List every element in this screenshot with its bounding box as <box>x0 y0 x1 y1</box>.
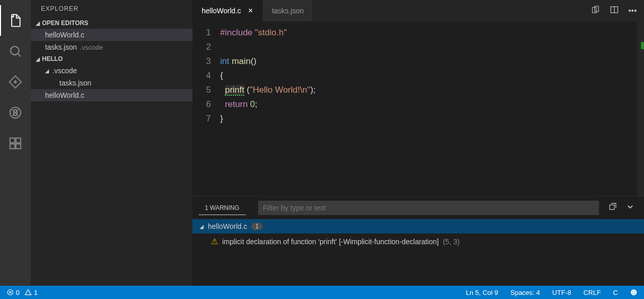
code-token: () <box>251 56 256 66</box>
tab-inactive[interactable]: tasks.json <box>263 0 313 22</box>
status-left: 0 1 <box>5 289 39 296</box>
code-token: ( <box>244 85 249 95</box>
tab-label: helloWorld.c <box>202 7 241 15</box>
status-cursor[interactable]: Ln 5, Col 9 <box>464 289 500 296</box>
file-label: tasks.json <box>45 43 77 51</box>
open-editors-label: OPEN EDITORS <box>42 19 88 27</box>
panel-actions <box>605 202 638 214</box>
code-token: "stdio.h" <box>252 28 287 37</box>
file-label: tasks.json <box>59 79 91 87</box>
svg-point-14 <box>632 291 633 292</box>
svg-rect-11 <box>610 205 614 209</box>
chevron-down-icon: ◢ <box>45 68 49 74</box>
panel-title[interactable]: 1 WARNING <box>199 201 246 215</box>
code-token: 0 <box>250 99 255 109</box>
status-bar: 0 1 Ln 5, Col 9 Spaces: 4 UTF-8 CRLF C <box>0 286 644 299</box>
close-icon[interactable]: × <box>248 6 253 15</box>
open-editors-header[interactable]: ◢ OPEN EDITORS <box>31 17 192 29</box>
svg-rect-5 <box>16 144 20 148</box>
svg-rect-3 <box>10 138 15 143</box>
collapse-all-icon[interactable] <box>608 202 617 214</box>
line-number: 1 <box>192 26 211 40</box>
svg-point-0 <box>11 47 19 55</box>
tab-bar: helloWorld.c × tasks.json ••• <box>192 0 644 22</box>
tab-actions: ••• <box>591 0 644 22</box>
status-errors[interactable]: 0 <box>5 289 21 296</box>
svg-point-13 <box>631 289 637 295</box>
svg-point-1 <box>14 80 17 83</box>
gutter: 1 2 3 4 5 6 7 <box>192 22 220 196</box>
problem-location: (5, 3) <box>443 238 460 246</box>
status-language[interactable]: C <box>612 289 619 296</box>
status-right: Ln 5, Col 9 Spaces: 4 UTF-8 CRLF C <box>464 289 639 296</box>
open-editor-item[interactable]: helloWorld.c <box>31 29 192 41</box>
explorer-icon[interactable] <box>0 5 31 36</box>
problem-file-row[interactable]: ◢ helloWorld.c 1 <box>192 219 644 233</box>
code-token: ; <box>255 99 257 109</box>
status-warnings[interactable]: 1 <box>23 289 39 296</box>
problem-item[interactable]: ⚠ implicit declaration of function 'prin… <box>192 233 644 249</box>
split-editor-icon[interactable] <box>610 5 619 16</box>
file-item[interactable]: helloWorld.c <box>31 89 192 101</box>
warning-count: 1 <box>34 289 37 296</box>
file-label: helloWorld.c <box>45 31 84 39</box>
svg-rect-8 <box>595 6 599 12</box>
line-number: 4 <box>192 69 211 83</box>
open-editor-item[interactable]: tasks.json .vscode <box>31 41 192 53</box>
activity-bar <box>0 0 31 286</box>
project-label: HELLO <box>42 55 63 62</box>
status-encoding[interactable]: UTF-8 <box>551 289 573 296</box>
sidebar: EXPLORER ◢ OPEN EDITORS helloWorld.c tas… <box>31 0 192 286</box>
problem-count-badge: 1 <box>251 223 263 230</box>
project-header[interactable]: ◢ HELLO <box>31 53 192 65</box>
folder-item[interactable]: ◢ .vscode <box>31 65 192 77</box>
code-content[interactable]: #include "stdio.h" int main(){ prinft ("… <box>220 22 644 196</box>
debug-icon[interactable] <box>0 97 31 128</box>
scrollbar[interactable] <box>637 22 644 196</box>
chevron-down-icon: ◢ <box>36 56 40 62</box>
problem-file-label: helloWorld.c <box>208 222 247 230</box>
feedback-icon[interactable] <box>629 289 639 296</box>
chevron-down-icon: ◢ <box>36 20 40 26</box>
chevron-down-icon: ◢ <box>200 224 204 229</box>
code-token: { <box>220 71 223 80</box>
warning-icon: ⚠ <box>211 237 218 246</box>
line-number: 2 <box>192 40 211 54</box>
problem-message: implicit declaration of function 'prinft… <box>222 238 439 246</box>
filter-input[interactable] <box>258 201 599 215</box>
search-icon[interactable] <box>0 36 31 67</box>
status-spaces[interactable]: Spaces: 4 <box>509 289 542 296</box>
editor-area: helloWorld.c × tasks.json ••• 1 2 3 <box>192 0 644 286</box>
line-number: 5 <box>192 83 211 97</box>
source-control-icon[interactable] <box>0 67 31 97</box>
code-token: } <box>220 114 223 123</box>
problems-body: ◢ helloWorld.c 1 ⚠ implicit declaration … <box>192 219 644 286</box>
file-path-dim: .vscode <box>80 44 103 51</box>
line-number: 7 <box>192 112 211 126</box>
problems-panel: 1 WARNING ◢ helloWorld.c 1 <box>192 196 644 286</box>
more-icon[interactable]: ••• <box>628 6 637 15</box>
folder-label: .vscode <box>52 67 77 75</box>
code-token: #include <box>220 28 252 37</box>
sidebar-title: EXPLORER <box>31 0 192 17</box>
tab-active[interactable]: helloWorld.c × <box>192 0 263 22</box>
tab-label: tasks.json <box>272 7 304 15</box>
code-token: int <box>220 56 229 66</box>
svg-point-15 <box>634 291 635 292</box>
line-number: 3 <box>192 54 211 69</box>
svg-rect-4 <box>10 144 15 148</box>
line-number: 6 <box>192 97 211 112</box>
extensions-icon[interactable] <box>0 128 31 159</box>
svg-rect-6 <box>16 138 20 143</box>
code-token: "Hello World!\n" <box>250 85 311 95</box>
code-token: return <box>225 99 247 109</box>
chevron-down-icon[interactable] <box>626 202 635 214</box>
status-eol[interactable]: CRLF <box>582 289 603 296</box>
file-item[interactable]: tasks.json <box>31 77 192 89</box>
compare-icon[interactable] <box>591 5 600 16</box>
svg-rect-7 <box>592 8 596 13</box>
code-token: main <box>229 56 251 66</box>
code-token: ); <box>310 85 315 95</box>
file-label: helloWorld.c <box>45 91 84 99</box>
code-editor[interactable]: 1 2 3 4 5 6 7 #include "stdio.h" int mai… <box>192 22 644 196</box>
